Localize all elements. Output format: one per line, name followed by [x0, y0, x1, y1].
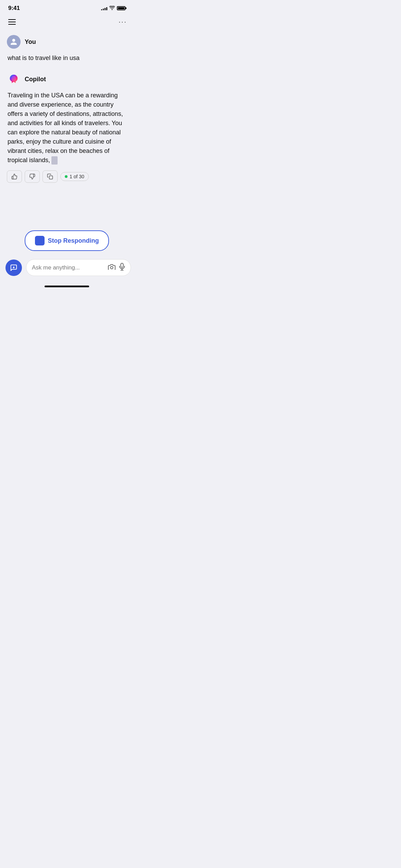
camera-icon[interactable] — [108, 264, 116, 272]
stop-responding-area: Stop Responding — [0, 222, 134, 256]
counter-text: 1 of 30 — [70, 174, 84, 179]
svg-rect-2 — [49, 176, 53, 179]
copy-icon — [47, 173, 53, 180]
thumbs-up-button[interactable] — [7, 170, 22, 183]
input-area — [0, 256, 134, 283]
user-icon — [10, 38, 17, 46]
header: ··· — [0, 14, 134, 29]
status-icons — [101, 6, 125, 11]
feedback-row: 1 of 30 — [7, 170, 127, 183]
response-counter: 1 of 30 — [60, 172, 89, 181]
green-dot-indicator — [65, 175, 68, 178]
svg-point-1 — [11, 76, 16, 81]
copilot-message-block: Copilot Traveling in the USA can be a re… — [7, 72, 127, 183]
thumbs-up-icon — [11, 173, 17, 180]
more-options-button[interactable]: ··· — [119, 18, 127, 26]
thumbs-down-button[interactable] — [25, 170, 40, 183]
chat-input[interactable] — [32, 264, 105, 271]
home-indicator — [0, 283, 134, 289]
user-message-block: You what is to travel like in usa — [7, 35, 127, 63]
chat-plus-icon — [10, 264, 17, 272]
microphone-icon[interactable] — [119, 263, 125, 272]
status-bar: 9:41 — [0, 0, 134, 14]
copilot-avatar — [7, 72, 21, 86]
user-avatar — [7, 35, 21, 49]
new-chat-button[interactable] — [5, 260, 22, 276]
copilot-sender-name: Copilot — [25, 76, 46, 83]
user-message-text: what is to travel like in usa — [7, 53, 127, 63]
user-sender-name: You — [25, 38, 36, 46]
wifi-icon — [109, 6, 115, 11]
thumbs-down-icon — [29, 173, 35, 180]
user-message-header: You — [7, 35, 127, 49]
stop-icon — [35, 236, 45, 245]
svg-point-5 — [110, 266, 113, 269]
menu-button[interactable] — [7, 18, 17, 26]
battery-icon — [117, 6, 125, 10]
stop-responding-label: Stop Responding — [48, 237, 99, 244]
copilot-message-header: Copilot — [7, 72, 127, 86]
home-bar — [45, 286, 89, 287]
svg-rect-6 — [121, 263, 123, 267]
status-time: 9:41 — [8, 5, 20, 12]
copilot-message-text: Traveling in the USA can be a rewarding … — [7, 91, 127, 165]
stop-responding-button[interactable]: Stop Responding — [25, 230, 109, 251]
copilot-logo-icon — [7, 73, 20, 86]
typing-cursor — [51, 156, 58, 165]
chat-area: You what is to travel like in usa — [0, 29, 134, 222]
signal-icon — [101, 6, 107, 10]
input-wrapper — [26, 259, 131, 276]
copy-button[interactable] — [42, 170, 58, 183]
